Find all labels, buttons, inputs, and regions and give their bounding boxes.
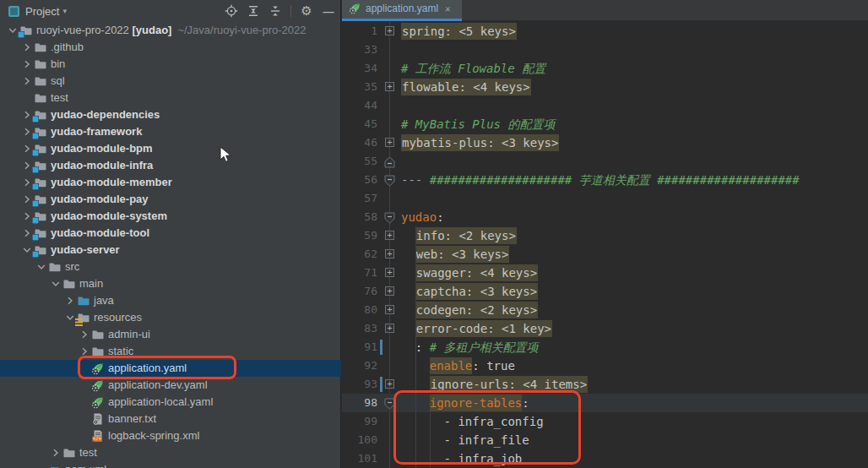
tree-item-banner.txt[interactable]: banner.txt <box>0 411 341 427</box>
gear-icon[interactable]: ⚙ <box>300 4 313 18</box>
chevron-down-icon[interactable] <box>7 24 19 36</box>
chevron-right-icon[interactable] <box>50 447 62 459</box>
tree-item-yudao-server[interactable]: yudao-server <box>0 242 341 258</box>
locate-icon[interactable] <box>225 4 238 18</box>
editor-line-99[interactable]: 99 - infra_config <box>342 412 868 431</box>
tree-item-yudao-framework[interactable]: yudao-framework <box>0 123 341 140</box>
tree-item-application.yaml[interactable]: application.yaml <box>0 360 341 377</box>
editor-line-93[interactable]: 93+ ignore-urls: <4 items> <box>342 375 868 394</box>
tree-item-admin-ui[interactable]: admin-ui <box>0 326 341 343</box>
editor-line-71[interactable]: 71+ swagger: <4 keys> <box>342 264 868 282</box>
editor-line-100[interactable]: 100 - infra_file <box>342 431 868 449</box>
tree-item-test[interactable]: test <box>0 444 341 461</box>
editor-line-76[interactable]: 76+ captcha: <3 keys> <box>342 282 868 301</box>
editor-line-45[interactable]: 45# MyBatis Plus 的配置项 <box>342 115 868 133</box>
fold-collapse-icon[interactable] <box>384 211 395 227</box>
chevron-down-icon[interactable]: ▾ <box>62 7 67 15</box>
chevron-right-icon[interactable] <box>21 75 33 87</box>
chevron-right-icon[interactable] <box>21 160 33 171</box>
xml-file-icon: </> <box>91 429 105 443</box>
tree-item-src[interactable]: src <box>0 258 341 275</box>
chevron-right-icon[interactable] <box>21 41 33 53</box>
tree-item-yudao-dependencies[interactable]: yudao-dependencies <box>0 106 341 123</box>
chevron-right-icon[interactable] <box>79 329 90 340</box>
editor-line-101[interactable]: 101 - infra_job <box>342 449 868 468</box>
chevron-right-icon[interactable] <box>21 177 33 188</box>
editor-line-44[interactable]: 44 <box>342 96 868 115</box>
fold-expand-icon[interactable]: + <box>385 249 394 258</box>
editor-line-56[interactable]: 56--- #################### 芋道相关配置 ######… <box>342 171 868 189</box>
line-text: enable: true <box>401 356 515 375</box>
tree-item-resources[interactable]: resources <box>0 309 341 326</box>
tree-item-.github[interactable]: .github <box>0 39 341 56</box>
editor-line-1[interactable]: 1+spring: <5 keys> <box>342 22 868 41</box>
tree-item-yudao-module-tool[interactable]: yudao-module-tool <box>0 225 341 242</box>
collapse-selection-icon[interactable] <box>269 4 282 18</box>
editor-line-57[interactable]: 57 <box>342 189 868 208</box>
editor-line-34[interactable]: 34# 工作流 Flowable 配置 <box>342 59 868 78</box>
tree-item-java[interactable]: java <box>0 292 341 309</box>
line-text: swagger: <4 keys> <box>401 264 538 282</box>
tree-item-bin[interactable]: bin <box>0 56 341 73</box>
tree-item-sql[interactable]: sql <box>0 73 341 90</box>
editor-line-98[interactable]: 98 ignore-tables: <box>342 394 868 412</box>
tree-item-ruoyi-vue-pro-2022[interactable]: ruoyi-vue-pro-2022 [yudao]~/Java/ruoyi-v… <box>0 22 341 39</box>
tab-application-yaml[interactable]: application.yaml ✕ <box>342 0 462 21</box>
fold-collapse-icon[interactable] <box>384 174 395 190</box>
editor-line-58[interactable]: 58yudao: <box>342 208 868 226</box>
chevron-down-icon[interactable] <box>50 278 62 290</box>
fold-expand-icon[interactable]: + <box>385 305 394 314</box>
tree-item-application-dev.yaml[interactable]: application-dev.yaml <box>0 377 341 394</box>
editor-line-92[interactable]: 92 enable: true <box>342 356 868 375</box>
fold-end-icon[interactable] <box>384 155 395 171</box>
tree-item-yudao-module-infra[interactable]: yudao-module-infra <box>0 157 341 174</box>
tree-item-test[interactable]: test <box>0 90 341 106</box>
fold-expand-icon[interactable]: + <box>385 138 394 147</box>
chevron-down-icon[interactable] <box>64 312 76 324</box>
chevron-right-icon[interactable] <box>21 227 33 239</box>
chevron-right-icon[interactable] <box>21 210 33 222</box>
fold-expand-icon[interactable]: + <box>385 231 394 240</box>
editor-line-55[interactable]: 55 <box>342 152 868 171</box>
tree-item-yudao-module-member[interactable]: yudao-module-member <box>0 174 341 191</box>
editor-line-33[interactable]: 33 <box>342 41 868 59</box>
collapse-all-icon[interactable] <box>247 4 260 18</box>
editor-line-46[interactable]: 46+mybatis-plus: <3 keys> <box>342 133 868 152</box>
chevron-right-icon[interactable] <box>21 193 33 205</box>
editor-line-35[interactable]: 35+flowable: <4 keys> <box>342 78 868 96</box>
fold-expand-icon[interactable]: + <box>385 82 394 91</box>
editor-line-91[interactable]: 91 : # 多租户相关配置项 <box>342 338 868 356</box>
tree-item-yudao-module-bpm[interactable]: yudao-module-bpm <box>0 140 341 157</box>
chevron-down-icon[interactable] <box>21 244 33 256</box>
fold-collapse-icon[interactable] <box>384 397 395 413</box>
tree-item-pom.xml[interactable]: mpom.xml <box>0 461 341 468</box>
chevron-right-icon[interactable] <box>21 126 33 138</box>
editor-line-59[interactable]: 59+ info: <2 keys> <box>342 226 868 245</box>
tree-item-logback-spring.xml[interactable]: </>logback-spring.xml <box>0 427 341 444</box>
line-text: ignore-tables: <box>401 394 529 412</box>
tree-item-application-local.yaml[interactable]: application-local.yaml <box>0 394 341 411</box>
chevron-right-icon[interactable] <box>21 143 33 155</box>
fold-expand-icon[interactable]: + <box>385 324 394 333</box>
editor-line-83[interactable]: 83+ error-code: <1 key> <box>342 319 868 338</box>
tree-item-yudao-module-system[interactable]: yudao-module-system <box>0 208 341 225</box>
tree-item-main[interactable]: main <box>0 275 341 292</box>
tree-item-yudao-module-pay[interactable]: yudao-module-pay <box>0 191 341 208</box>
hide-panel-icon[interactable]: — <box>322 4 335 18</box>
chevron-right-icon[interactable] <box>64 295 76 307</box>
close-icon[interactable]: ✕ <box>445 3 451 14</box>
line-number: 71 <box>342 264 377 282</box>
fold-expand-icon[interactable]: + <box>385 379 394 389</box>
fold-expand-icon[interactable]: + <box>385 26 394 35</box>
chevron-down-icon[interactable] <box>35 261 47 273</box>
tree-item-static[interactable]: static <box>0 343 341 360</box>
fold-expand-icon[interactable]: + <box>385 286 394 296</box>
line-text: flowable: <4 keys> <box>401 78 531 96</box>
chevron-right-icon[interactable] <box>79 346 90 357</box>
chevron-right-icon[interactable] <box>21 109 33 121</box>
chevron-right-icon[interactable] <box>21 58 33 70</box>
editor-line-62[interactable]: 62+ web: <3 keys> <box>342 245 868 264</box>
editor-line-80[interactable]: 80+ codegen: <2 keys> <box>342 301 868 319</box>
fold-expand-icon[interactable]: + <box>385 268 394 277</box>
source-folder-icon <box>77 294 90 307</box>
